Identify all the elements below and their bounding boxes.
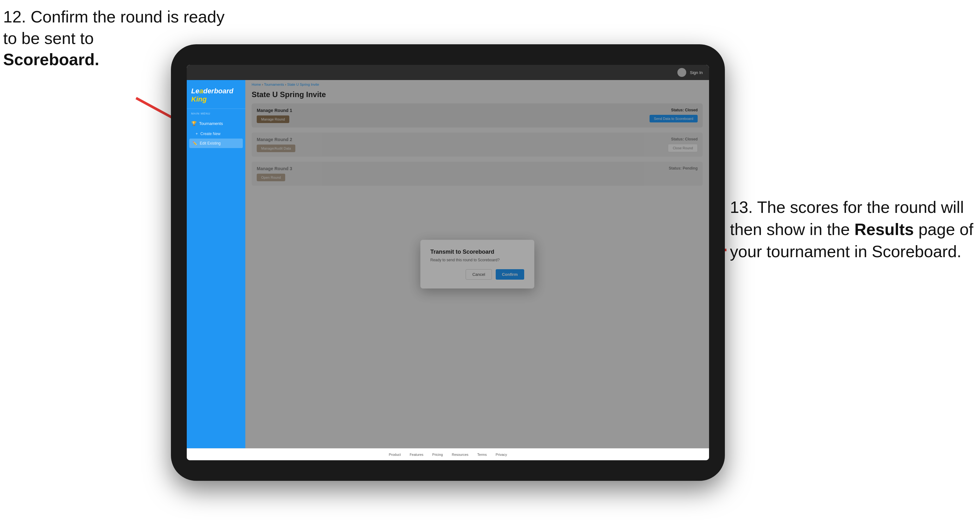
footer-link-pricing[interactable]: Pricing bbox=[433, 452, 443, 456]
page-footer: Product Features Pricing Resources Terms… bbox=[187, 448, 709, 460]
tablet-device: Sign In Leaderboard King MAIN MENU 🏆 Tou… bbox=[171, 44, 725, 481]
plus-icon: + bbox=[196, 132, 198, 136]
sidebar-item-edit-existing-label: Edit Existing bbox=[200, 141, 221, 146]
modal-overlay: Transmit to Scoreboard Ready to send thi… bbox=[245, 80, 709, 448]
sidebar-item-edit-existing[interactable]: ✏️ Edit Existing bbox=[189, 138, 243, 148]
top-bar: Sign In bbox=[187, 65, 709, 80]
page-content: Home › Tournaments › State U Spring Invi… bbox=[245, 80, 709, 448]
sidebar-item-create-new[interactable]: + Create New bbox=[187, 129, 245, 138]
main-menu-label: MAIN MENU bbox=[187, 112, 245, 117]
avatar-icon bbox=[678, 68, 686, 77]
app-logo: Leaderboard King bbox=[191, 87, 241, 103]
sidebar: Leaderboard King MAIN MENU 🏆 Tournaments… bbox=[187, 80, 245, 448]
edit-icon: ✏️ bbox=[192, 141, 197, 146]
footer-link-product[interactable]: Product bbox=[389, 452, 401, 456]
trophy-icon: 🏆 bbox=[191, 121, 197, 126]
annotation-step13: 13. The scores for the round will then s… bbox=[730, 196, 977, 263]
sidebar-item-tournaments[interactable]: 🏆 Tournaments bbox=[187, 117, 245, 129]
footer-link-resources[interactable]: Resources bbox=[452, 452, 468, 456]
footer-link-features[interactable]: Features bbox=[410, 452, 423, 456]
tablet-screen: Sign In Leaderboard King MAIN MENU 🏆 Tou… bbox=[187, 65, 709, 460]
footer-link-privacy[interactable]: Privacy bbox=[496, 452, 507, 456]
dim-overlay bbox=[245, 80, 709, 448]
signin-link[interactable]: Sign In bbox=[690, 70, 703, 75]
sidebar-item-tournaments-label: Tournaments bbox=[199, 121, 223, 126]
logo-area: Leaderboard King bbox=[187, 84, 245, 109]
sidebar-item-create-new-label: Create New bbox=[200, 132, 220, 136]
main-content-area: Leaderboard King MAIN MENU 🏆 Tournaments… bbox=[187, 80, 709, 448]
footer-link-terms[interactable]: Terms bbox=[477, 452, 487, 456]
